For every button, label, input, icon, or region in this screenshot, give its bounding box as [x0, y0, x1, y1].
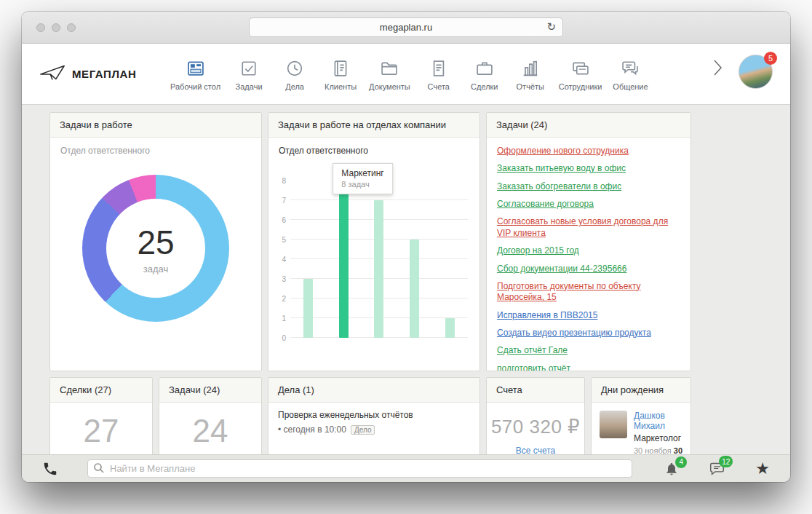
favorites-button[interactable]: ★ [755, 461, 770, 477]
card-invoices: Счета 570 320 ₽ Все счета [486, 377, 585, 454]
card-deals-count: Сделки (27) 27 [49, 377, 153, 454]
bar-column[interactable] [397, 181, 432, 338]
bar-plot-area: Маркетинг 8 задач [290, 181, 468, 338]
todo-text[interactable]: Проверка еженедельных отчётов [278, 410, 470, 420]
card-title: Задачи (24) [487, 113, 690, 138]
bar-column[interactable] [432, 181, 468, 338]
donut-center-value: 25 [137, 223, 174, 262]
bar [410, 240, 419, 338]
task-link[interactable]: Создать видео презентацию продукта [497, 328, 680, 339]
task-link[interactable]: Заказать обогреватели в офис [497, 181, 680, 192]
address-bar[interactable]: megaplan.ru ↻ [249, 17, 563, 37]
tooltip-title: Маркетинг [341, 168, 383, 178]
browser-window: megaplan.ru ↻ МЕГАПЛАН Рабочий стол Зад [22, 12, 790, 482]
card-title: Задачи в работе на отделах компании [268, 113, 479, 138]
all-invoices-link[interactable]: Все счета [487, 446, 584, 454]
bar-column[interactable] [362, 181, 397, 338]
nav-item-tasks[interactable]: Задачи [228, 58, 269, 91]
task-link[interactable]: Оформление нового сотрудника [497, 146, 680, 157]
messages-badge: 12 [719, 456, 733, 467]
task-link[interactable]: Исправления в ПВВ2015 [497, 310, 680, 321]
nav-item-chat[interactable]: Общение [610, 58, 650, 91]
birthday-avatar [600, 411, 627, 438]
y-axis-ticks: 876543210 [274, 181, 286, 338]
card-tasks-count: Задачи (24) 24 [159, 377, 262, 454]
bar [445, 318, 455, 338]
close-button[interactable] [36, 23, 45, 32]
nav-item-clients[interactable]: Клиенты [320, 58, 361, 91]
task-link[interactable]: Сдать отчёт Гале [497, 345, 680, 356]
birthday-role: Маркетолог [634, 433, 682, 443]
clock-icon [284, 58, 306, 79]
contacts-icon [330, 58, 351, 79]
card-title: Сделки (27) [50, 378, 152, 403]
donut-center-label: задач [143, 264, 169, 274]
tasks-icon [238, 58, 260, 79]
megaplan-logo[interactable]: МЕГАПЛАН [39, 63, 167, 85]
nav-next-arrow[interactable] [709, 57, 725, 82]
bar-tooltip: Маркетинг 8 задач [333, 163, 392, 194]
avatar-notification-badge: 5 [764, 52, 777, 65]
department-bar-chart: 876543210 Маркетинг 8 задач [274, 181, 468, 338]
invoice-icon [428, 58, 450, 79]
nav-items: Рабочий стол Задачи Дела Клиенты [167, 58, 705, 91]
task-link[interactable]: Согласовать новые условия договора для V… [497, 216, 680, 239]
card-tasks-in-progress: Задачи в работе Отдел ответственного 25 … [49, 112, 262, 371]
chat-bubbles-icon [619, 58, 641, 79]
notifications-badge: 4 [675, 456, 687, 468]
nav-item-reports[interactable]: Отчёты [510, 58, 551, 91]
donut-subtitle: Отдел ответственного [60, 146, 251, 156]
tasks-donut-chart[interactable]: 25 задач [82, 175, 229, 322]
card-title: Дни рождения [592, 378, 690, 403]
card-title: Счета [487, 378, 584, 403]
notifications-button[interactable]: 4 [664, 462, 679, 476]
task-link[interactable]: Договор на 2015 год [497, 245, 680, 256]
phone-button[interactable] [42, 461, 58, 477]
global-search [87, 459, 632, 478]
task-link[interactable]: подготовить отчёт [497, 363, 680, 371]
id-cards-icon [570, 58, 592, 79]
logo-text: МЕГАПЛАН [72, 68, 136, 80]
card-title: Задачи (24) [159, 378, 261, 403]
donut-center: 25 задач [106, 199, 205, 298]
briefcase-icon [474, 58, 495, 79]
search-input[interactable] [87, 459, 632, 478]
tasks-list: Оформление нового сотрудника Заказать пи… [487, 138, 690, 371]
nav-item-invoices[interactable]: Счета [418, 58, 459, 91]
nav-item-documents[interactable]: Документы [366, 58, 413, 91]
task-link[interactable]: Заказать питьевую воду в офис [497, 163, 680, 174]
top-navigation: МЕГАПЛАН Рабочий стол Задачи Дела [22, 44, 790, 105]
birthday-date: 30 ноября 30 лет [634, 446, 682, 454]
task-link[interactable]: Согласование договора [497, 199, 680, 210]
task-link[interactable]: Подготовить документы по объекту Маросей… [497, 281, 680, 304]
bar [303, 279, 313, 338]
nav-item-deals[interactable]: Сделки [464, 58, 505, 91]
bar [339, 181, 349, 338]
messages-button[interactable]: 12 [709, 461, 725, 476]
deals-count-value: 27 [50, 413, 152, 449]
birthday-person-link[interactable]: Дашков Михаил [634, 411, 682, 431]
nav-item-todos[interactable]: Дела [274, 58, 315, 91]
minimize-button[interactable] [52, 23, 60, 32]
bars-subtitle: Отдел ответственного [279, 146, 469, 156]
zoom-button[interactable] [67, 23, 76, 32]
dashboard-content: Задачи в работе Отдел ответственного 25 … [22, 105, 790, 454]
card-birthdays: Дни рождения Дашков Михаил Маркетолог 30… [591, 377, 691, 454]
phone-icon [42, 461, 58, 477]
bar [374, 200, 383, 338]
task-link[interactable]: Сбор документации 44-2395666 [497, 264, 680, 274]
plane-icon [39, 63, 67, 85]
user-avatar[interactable]: 5 [739, 55, 773, 89]
bar-column[interactable] [326, 181, 362, 338]
nav-item-employees[interactable]: Сотрудники [556, 58, 605, 91]
search-icon [93, 462, 105, 477]
url-text: megaplan.ru [380, 22, 432, 33]
todo-type-badge: Дело [351, 425, 375, 435]
card-title: Задачи в работе [50, 113, 261, 138]
bar-column[interactable] [290, 181, 326, 338]
nav-item-desktop[interactable]: Рабочий стол [167, 58, 223, 91]
card-title: Дела (1) [268, 378, 479, 403]
reload-icon[interactable]: ↻ [546, 20, 556, 33]
browser-chrome: megaplan.ru ↻ [22, 12, 790, 44]
bottom-toolbar: 4 12 ★ [22, 454, 790, 482]
